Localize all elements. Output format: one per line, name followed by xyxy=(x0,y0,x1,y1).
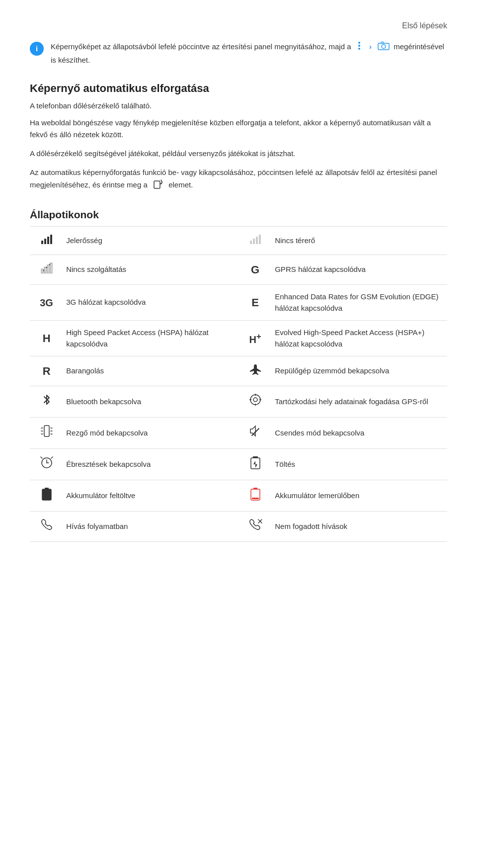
rotation-body1: Ha weboldal böngészése vagy fénykép megj… xyxy=(30,117,447,141)
svg-rect-17 xyxy=(47,265,49,273)
icon-hspa: H xyxy=(30,321,63,356)
svg-rect-41 xyxy=(42,489,51,500)
table-row: R Barangolás Repülőgép üzemmód bekapcsol… xyxy=(30,356,447,386)
label-bluetooth: Bluetooth bekapcsolva xyxy=(63,386,238,418)
svg-point-20 xyxy=(253,398,257,402)
icon-silent xyxy=(238,418,272,449)
rotation-body3-1: Az automatikus képernyőforgatás funkció … xyxy=(30,168,437,189)
rotate-inline-icon xyxy=(153,178,163,193)
table-row: Rezgő mód bekapcsolva Csendes mód bekapc… xyxy=(30,418,447,449)
label-missed-call: Nem fogadott hívások xyxy=(272,512,447,542)
svg-marker-40 xyxy=(253,461,257,468)
svg-point-0 xyxy=(358,42,360,44)
status-icons-title: Állapotikonok xyxy=(30,207,447,223)
label-airplane: Repülőgép üzemmód bekapcsolva xyxy=(272,356,447,386)
info-text-1: Képernyőképet az állapotsávból lefelé pö… xyxy=(51,42,351,51)
svg-rect-12 xyxy=(253,239,255,244)
svg-rect-16 xyxy=(44,267,46,273)
camera-icon xyxy=(378,41,390,54)
icon-airplane xyxy=(238,356,272,386)
rotation-body3: Az automatikus képernyőforgatás funkció … xyxy=(30,167,447,193)
screen-rotation-section: Képernyő automatikus elforgatása A telef… xyxy=(30,80,447,193)
icon-charging xyxy=(238,449,272,480)
icon-3g: 3G xyxy=(30,285,63,321)
rotation-body3-2: elemet. xyxy=(168,180,193,189)
rotation-subtitle: A telefonban dőlésérzékelő található. xyxy=(30,100,447,112)
svg-rect-45 xyxy=(252,498,259,499)
info-icon: i xyxy=(30,42,44,56)
icon-gprs: G xyxy=(238,255,272,285)
icon-battery-full xyxy=(30,480,63,512)
label-alarm: Ébresztések bekapcsolva xyxy=(63,449,238,480)
svg-line-37 xyxy=(51,457,53,458)
label-no-signal: Nincs térerő xyxy=(272,227,447,255)
table-row: Ébresztések bekapcsolva Töltés xyxy=(30,449,447,480)
table-row: Hívás folyamatban Nem fogadott hívások xyxy=(30,512,447,542)
svg-rect-10 xyxy=(50,235,52,244)
label-battery-low: Akkumulátor lemerülőben xyxy=(272,480,447,512)
status-icons-table: Jelerősség Nincs térerő xyxy=(30,226,447,542)
table-row: 3G 3G hálózat kapcsolódva E Enhanced Dat… xyxy=(30,285,447,321)
page-label: Első lépések xyxy=(402,20,447,32)
svg-rect-7 xyxy=(41,241,43,244)
svg-rect-14 xyxy=(259,235,261,244)
icon-signal xyxy=(30,227,63,255)
svg-rect-39 xyxy=(253,456,258,458)
svg-rect-44 xyxy=(253,488,257,489)
label-roaming: Barangolás xyxy=(63,356,238,386)
table-row: Jelerősség Nincs térerő xyxy=(30,227,447,255)
icon-no-service xyxy=(30,255,63,285)
table-row: Nincs szolgáltatás G GPRS hálózat kapcso… xyxy=(30,255,447,285)
table-row: H High Speed Packet Access (HSPA) hálóza… xyxy=(30,321,447,356)
label-silent: Csendes mód bekapcsolva xyxy=(272,418,447,449)
rotation-title: Képernyő automatikus elforgatása xyxy=(30,80,447,96)
svg-line-36 xyxy=(41,457,42,458)
info-block: i Képernyőképet az állapotsávból lefelé … xyxy=(30,41,447,66)
label-vibrate: Rezgő mód bekapcsolva xyxy=(63,418,238,449)
icon-edge: E xyxy=(238,285,272,321)
icon-missed-call xyxy=(238,512,272,542)
label-gps: Tartózkodási hely adatainak fogadása GPS… xyxy=(272,386,447,418)
table-row: Bluetooth bekapcsolva Tartózkodási hely … xyxy=(30,386,447,418)
label-no-service: Nincs szolgáltatás xyxy=(63,255,238,285)
svg-rect-18 xyxy=(50,263,52,273)
label-gprs: GPRS hálózat kapcsolódva xyxy=(272,255,447,285)
label-hspa-plus: Evolved High-Speed Packet Access (HSPA+)… xyxy=(272,321,447,356)
label-charging: Töltés xyxy=(272,449,447,480)
svg-rect-25 xyxy=(44,426,49,436)
svg-rect-5 xyxy=(381,42,384,43)
label-3g: 3G hálózat kapcsolódva xyxy=(63,285,238,321)
svg-rect-9 xyxy=(47,237,49,244)
svg-point-4 xyxy=(382,45,386,49)
page-header: Első lépések xyxy=(30,20,447,32)
icon-gps xyxy=(238,386,272,418)
table-row: Akkumulátor feltöltve Akkumulátor lemerü… xyxy=(30,480,447,512)
svg-rect-15 xyxy=(41,269,43,273)
icon-vibrate xyxy=(30,418,63,449)
arrow-right-icon: › xyxy=(369,42,372,51)
svg-rect-42 xyxy=(45,488,49,489)
icon-no-signal xyxy=(238,227,272,255)
svg-point-2 xyxy=(358,48,360,50)
label-call-active: Hívás folyamatban xyxy=(63,512,238,542)
icon-hspa-plus: H+ xyxy=(238,321,272,356)
svg-point-1 xyxy=(358,45,360,47)
svg-rect-6 xyxy=(154,181,160,188)
svg-rect-8 xyxy=(44,239,46,244)
svg-point-19 xyxy=(250,395,260,405)
label-edge: Enhanced Data Rates for GSM Evolution (E… xyxy=(272,285,447,321)
icon-battery-low xyxy=(238,480,272,512)
icon-roaming: R xyxy=(30,356,63,386)
icon-alarm xyxy=(30,449,63,480)
info-text: Képernyőképet az állapotsávból lefelé pö… xyxy=(51,41,447,66)
icon-bluetooth xyxy=(30,386,63,418)
icon-call-active xyxy=(30,512,63,542)
svg-rect-13 xyxy=(256,237,258,244)
menu-icon xyxy=(355,41,363,54)
label-signal: Jelerősség xyxy=(63,227,238,255)
label-hspa: High Speed Packet Access (HSPA) hálózat … xyxy=(63,321,238,356)
svg-rect-11 xyxy=(250,241,252,244)
label-battery-full: Akkumulátor feltöltve xyxy=(63,480,238,512)
rotation-body2: A dőlésérzékelő segítségével játékokat, … xyxy=(30,148,447,160)
